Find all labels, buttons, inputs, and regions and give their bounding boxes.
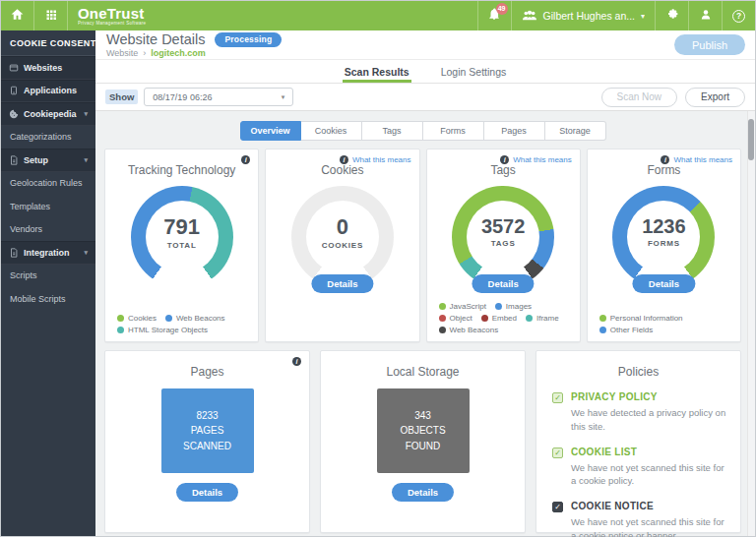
users-icon (522, 10, 537, 23)
card-title: Cookies (266, 163, 418, 177)
chevron-down-icon: ▾ (84, 110, 88, 118)
chevron-down-icon: ▾ (84, 156, 88, 164)
sidebar-item-integration[interactable]: Integration ▾ (1, 241, 95, 265)
sidebar-item-templates[interactable]: Templates (1, 195, 95, 218)
settings-button[interactable] (655, 1, 688, 30)
checkbox-checked-icon[interactable]: ✓ (552, 502, 563, 512)
policy-description: We have not yet scanned this site for a … (571, 461, 726, 489)
page-header: Website Details Processing Website › log… (95, 30, 755, 60)
forms-details-button[interactable]: Details (633, 274, 695, 293)
document-icon (9, 248, 19, 258)
policy-item-cookie-notice: ✓ COOKIE NOTICE We have not yet scanned … (552, 501, 726, 537)
gauge-unit: FORMS (612, 239, 715, 248)
sidebar-item-scripts[interactable]: Scripts (1, 265, 95, 288)
gauge-value: 791 (131, 216, 233, 238)
export-button[interactable]: Export (685, 88, 745, 107)
policy-label: COOKIE NOTICE (571, 501, 726, 511)
sidebar-item-setup[interactable]: Setup ▾ (1, 149, 95, 172)
grid-icon (45, 7, 57, 25)
scrollbar-thumb[interactable] (748, 119, 754, 160)
top-nav-bar: OneTrust Privacy Management Software 49 … (1, 1, 755, 30)
brand-name: OneTrust (78, 6, 146, 22)
card-title: Pages (105, 365, 309, 379)
tab-scan-results[interactable]: Scan Results (343, 60, 411, 83)
sidebar-item-applications[interactable]: Applications (1, 80, 95, 103)
main-tabs: Scan Results Login Settings (95, 60, 755, 84)
pages-details-button[interactable]: Details (176, 483, 238, 502)
checkbox-checked-icon[interactable]: ✓ (552, 448, 563, 458)
tags-details-button[interactable]: Details (472, 274, 535, 293)
cookies-gauge: 0 COOKIES Details (291, 186, 394, 288)
tracking-gauge: 791 TOTAL (131, 186, 233, 288)
legend-label: Web Beacons (450, 326, 499, 334)
info-icon: i (340, 155, 348, 164)
checkbox-checked-icon[interactable]: ✓ (552, 392, 563, 403)
help-button[interactable]: ? (722, 1, 755, 30)
gauge-unit: TOTAL (131, 241, 233, 250)
pages-scanned-stat: 8233 PAGES SCANNED (161, 388, 254, 473)
legend-dot (526, 315, 533, 322)
local-storage-details-button[interactable]: Details (392, 483, 454, 502)
tab-overview[interactable]: Overview (240, 121, 301, 141)
legend-dot (439, 315, 446, 322)
tags-what-this-means-link[interactable]: i What this means (500, 155, 572, 164)
legend-label: Iframe (536, 314, 559, 323)
gauge-unit: COOKIES (291, 241, 394, 250)
sidebar-item-label: Cookiepedia (24, 109, 77, 119)
cookies-what-this-means-link[interactable]: i What this means (340, 155, 411, 164)
document-icon (9, 155, 19, 165)
sidebar-item-label: Setup (24, 155, 48, 165)
breadcrumb-current: logitech.com (151, 48, 206, 58)
tab-pages[interactable]: Pages (484, 121, 545, 141)
legend-dot (481, 315, 488, 322)
legend-label: Object (450, 314, 472, 323)
tab-forms[interactable]: Forms (423, 121, 484, 141)
scan-now-button[interactable]: Scan Now (601, 88, 678, 107)
card-title: Tags (427, 163, 580, 177)
stat-label: SCANNED (183, 439, 231, 454)
tags-card: i What this means Tags 3572 TAGS Details (426, 149, 581, 342)
forms-legend: Personal Information Other Fields (599, 314, 734, 334)
sidebar-header: COOKIE CONSENT (1, 30, 95, 56)
apps-grid-button[interactable] (34, 1, 68, 30)
publish-button[interactable]: Publish (674, 34, 745, 55)
home-button[interactable] (1, 1, 34, 30)
sidebar-item-mobile-scripts[interactable]: Mobile Scripts (1, 287, 95, 311)
tab-storage[interactable]: Storage (545, 121, 606, 141)
policy-description: We have detected a privacy policy on thi… (571, 406, 726, 434)
legend-dot (117, 315, 124, 322)
sidebar-item-vendors[interactable]: Vendors (1, 218, 95, 242)
sidebar-item-cookiepedia[interactable]: Cookiepedia ▾ (1, 102, 95, 126)
scan-date-value: 08/17/19 06:26 (153, 92, 212, 102)
sidebar-item-categorizations[interactable]: Categorizations (1, 126, 95, 149)
notifications-button[interactable]: 49 (477, 1, 511, 30)
tab-tags[interactable]: Tags (362, 121, 423, 141)
breadcrumb-root[interactable]: Website (106, 48, 138, 58)
sidebar-item-websites[interactable]: Websites (1, 56, 95, 80)
policy-item-cookie-list: ✓ COOKIE LIST We have not yet scanned th… (552, 447, 726, 489)
sidebar: COOKIE CONSENT Websites Applications Coo… (1, 30, 95, 536)
user-menu[interactable]: Gilbert Hughes an... ▾ (511, 1, 655, 30)
sidebar-item-geolocation-rules[interactable]: Geolocation Rules (1, 172, 95, 196)
home-icon (10, 7, 25, 26)
tab-login-settings[interactable]: Login Settings (439, 60, 509, 83)
forms-what-this-means-link[interactable]: i What this means (661, 155, 732, 164)
main-area: Website Details Processing Website › log… (95, 30, 755, 536)
tab-cookies[interactable]: Cookies (301, 121, 362, 141)
pages-info[interactable]: i (292, 357, 301, 366)
tracking-info[interactable]: i (241, 155, 250, 164)
legend-dot (599, 315, 606, 322)
scan-date-select[interactable]: 08/17/19 06:26 ▾ (144, 88, 293, 106)
tracking-technology-card: i Tracking Technology 791 TOTAL (104, 149, 259, 342)
scrollbar-track[interactable] (747, 111, 755, 536)
account-button[interactable] (688, 1, 722, 30)
sidebar-item-label: Integration (24, 248, 70, 258)
legend-label: Embed (492, 314, 517, 323)
legend-dot (439, 327, 446, 333)
cookies-card: i What this means Cookies 0 COOKIES Deta… (265, 149, 419, 342)
cookies-details-button[interactable]: Details (311, 274, 373, 293)
chevron-down-icon: ▾ (282, 93, 285, 101)
stat-label: PAGES (191, 423, 224, 439)
brand-logo: OneTrust Privacy Management Software (68, 1, 156, 30)
info-icon: i (661, 155, 669, 164)
